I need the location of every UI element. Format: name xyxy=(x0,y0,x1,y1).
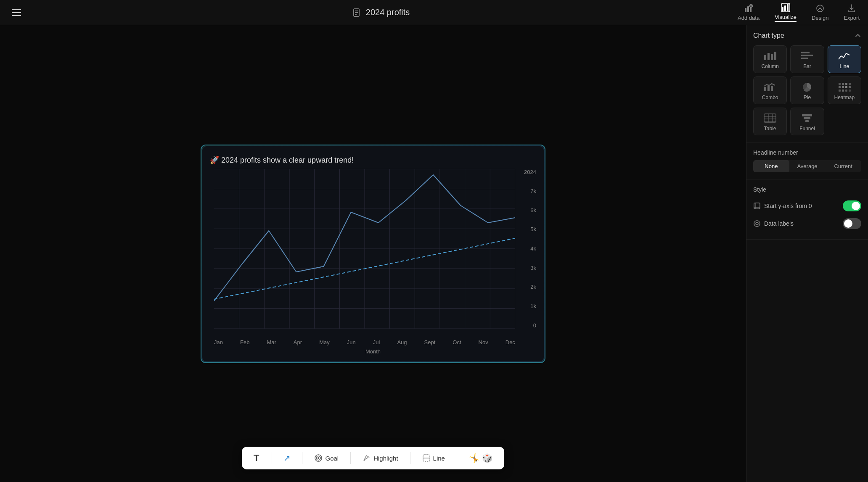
headline-none-btn[interactable]: None xyxy=(753,160,789,172)
svg-rect-64 xyxy=(845,90,847,92)
x-axis-title: Month xyxy=(365,348,381,355)
chart-type-funnel[interactable]: Funnel xyxy=(790,108,824,135)
headline-current-btn[interactable]: Current xyxy=(825,160,861,172)
style-row-datalabels: Data labels xyxy=(753,215,861,232)
svg-rect-65 xyxy=(849,90,851,92)
text-icon: T xyxy=(254,453,259,464)
nav-add-data[interactable]: Add data xyxy=(738,4,760,21)
nav-export[interactable]: Export xyxy=(844,4,860,21)
chart-container: 🚀 2024 profits show a clear upward trend… xyxy=(201,145,545,363)
headline-average-btn[interactable]: Average xyxy=(789,160,826,172)
y-axis: 2024 7k 6k 5k 4k 3k 2k 1k 0 xyxy=(519,169,536,329)
svg-rect-5 xyxy=(747,6,749,12)
document-icon xyxy=(352,8,362,17)
chart-svg xyxy=(214,169,515,329)
chart-type-heatmap-label: Heatmap xyxy=(834,95,855,100)
svg-rect-49 xyxy=(801,58,808,59)
svg-rect-55 xyxy=(842,83,844,85)
nav-design-label: Design xyxy=(812,15,828,21)
chart-type-grid: Column Bar Line xyxy=(753,45,861,135)
chart-area: 🚀 2024 profits show a clear upward trend… xyxy=(0,25,746,482)
chart-inner: 2024 7k 6k 5k 4k 3k 2k 1k 0 xyxy=(210,169,536,345)
svg-point-39 xyxy=(318,457,320,459)
svg-rect-63 xyxy=(842,90,844,92)
toolbar-sep-3 xyxy=(350,452,351,464)
highlight-tool[interactable]: Highlight xyxy=(359,452,401,464)
svg-rect-11 xyxy=(784,5,786,11)
svg-rect-46 xyxy=(774,52,776,60)
chart-type-table[interactable]: Table xyxy=(753,108,787,135)
nav-add-data-label: Add data xyxy=(738,15,760,21)
headline-number-section: Headline number None Average Current xyxy=(746,142,868,179)
arrow-tool[interactable]: ↗ xyxy=(280,451,294,465)
svg-rect-74 xyxy=(805,120,809,122)
toolbar-sep-4 xyxy=(410,452,410,464)
svg-rect-48 xyxy=(801,55,813,56)
svg-rect-52 xyxy=(771,86,773,91)
nav-visualize-label: Visualize xyxy=(775,14,797,20)
chart-type-column[interactable]: Column xyxy=(753,45,787,73)
chart-type-section: Chart type Column xyxy=(746,25,868,142)
bottom-toolbar: T ↗ Goal Hi xyxy=(242,447,504,469)
toolbar-sep-5 xyxy=(457,452,457,464)
nav-design[interactable]: Design xyxy=(812,4,828,21)
chart-type-heatmap[interactable]: Heatmap xyxy=(828,76,861,104)
style-row-yaxis: Start y-axis from 0 xyxy=(753,197,861,215)
text-tool[interactable]: T xyxy=(250,451,262,465)
svg-rect-57 xyxy=(849,83,851,85)
toolbar-sep-1 xyxy=(271,452,272,464)
start-yaxis-label: Start y-axis from 0 xyxy=(764,203,812,209)
style-label: Style xyxy=(753,186,861,193)
hamburger-menu[interactable] xyxy=(8,6,24,19)
more-tool[interactable]: 🤸 🎲 xyxy=(466,451,496,465)
chart-type-label: Chart type xyxy=(753,32,784,40)
chart-type-pie-label: Pie xyxy=(804,95,811,100)
svg-rect-12 xyxy=(787,4,789,11)
nav-export-label: Export xyxy=(844,15,860,21)
more-icon-2: 🎲 xyxy=(482,453,492,463)
goal-tool[interactable]: Goal xyxy=(311,452,342,464)
svg-point-14 xyxy=(817,5,823,12)
svg-point-79 xyxy=(756,222,758,225)
svg-rect-66 xyxy=(764,114,776,122)
svg-rect-50 xyxy=(764,87,766,91)
svg-rect-47 xyxy=(801,52,810,53)
svg-rect-51 xyxy=(767,85,770,91)
nav-visualize[interactable]: Visualize xyxy=(775,3,797,22)
data-labels-label: Data labels xyxy=(764,220,794,227)
svg-rect-62 xyxy=(839,90,841,92)
svg-rect-60 xyxy=(845,86,847,88)
chart-type-bar-label: Bar xyxy=(803,63,811,69)
nav-title: 2024 profits xyxy=(24,8,738,17)
highlight-icon xyxy=(363,454,371,462)
chevron-up-icon xyxy=(855,32,861,39)
more-icon: 🤸 xyxy=(469,453,479,463)
svg-rect-54 xyxy=(839,83,841,85)
nav-actions: Add data Visualize Design Exp xyxy=(738,3,860,22)
highlight-label: Highlight xyxy=(373,455,398,462)
goal-label: Goal xyxy=(326,455,339,462)
svg-point-78 xyxy=(754,221,760,227)
headline-number-label: Headline number xyxy=(753,149,861,156)
chart-type-pie[interactable]: Pie xyxy=(790,76,824,104)
main-layout: 🚀 2024 profits show a clear upward trend… xyxy=(0,25,868,482)
svg-rect-75 xyxy=(754,203,760,209)
svg-rect-45 xyxy=(771,54,773,60)
svg-rect-59 xyxy=(842,86,844,88)
svg-rect-44 xyxy=(767,53,770,60)
chart-type-combo[interactable]: Combo xyxy=(753,76,787,104)
chart-type-line[interactable]: Line xyxy=(828,45,861,73)
style-section: Style Start y-axis from 0 xyxy=(746,179,868,240)
chart-type-combo-label: Combo xyxy=(762,95,778,100)
page-title: 2024 profits xyxy=(366,8,410,17)
line-tool[interactable]: Line xyxy=(419,452,448,464)
y-axis-icon xyxy=(753,202,761,210)
start-yaxis-toggle[interactable] xyxy=(843,200,861,211)
svg-rect-10 xyxy=(782,7,783,11)
headline-segmented: None Average Current xyxy=(753,160,861,172)
toolbar-sep-2 xyxy=(302,452,303,464)
chart-type-bar[interactable]: Bar xyxy=(790,45,824,73)
chart-type-line-label: Line xyxy=(839,63,849,69)
data-labels-toggle[interactable] xyxy=(843,218,861,229)
chart-type-funnel-label: Funnel xyxy=(799,126,815,132)
